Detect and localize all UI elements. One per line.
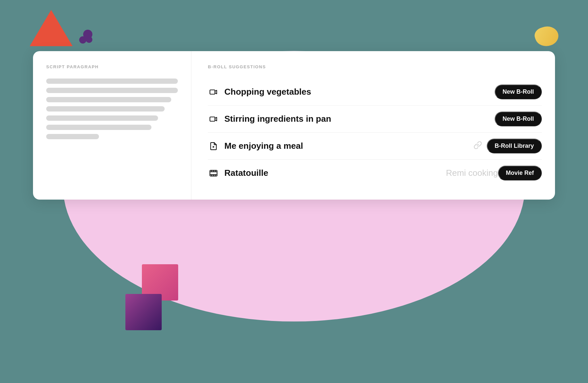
item-title: Chopping vegetables xyxy=(224,87,495,97)
item-title: Ratatouille xyxy=(224,168,442,178)
main-card: SCRIPT PARAGRAPH B-ROLL SUGGESTIONS xyxy=(33,51,555,200)
cream-decoration xyxy=(533,23,561,49)
svg-marker-2 xyxy=(213,145,214,148)
circle-decoration-3 xyxy=(86,36,92,43)
link-icon xyxy=(474,141,482,151)
new-broll-button-1[interactable]: New B-Roll xyxy=(495,84,542,99)
text-line xyxy=(46,106,165,112)
right-panel: B-ROLL SUGGESTIONS Chopping vegetables N… xyxy=(191,51,555,200)
document-play-icon xyxy=(208,141,219,152)
svg-rect-0 xyxy=(210,90,215,94)
movie-ref-button[interactable]: Movie Ref xyxy=(498,166,542,180)
broll-item: Ratatouille Remi cooking Movie Ref xyxy=(208,160,542,186)
text-line xyxy=(46,134,99,139)
text-line xyxy=(46,115,158,121)
item-title: Me enjoying a meal xyxy=(224,141,474,151)
broll-item: Chopping vegetables New B-Roll xyxy=(208,79,542,106)
new-broll-button-2[interactable]: New B-Roll xyxy=(495,112,542,126)
text-line xyxy=(46,125,151,130)
video-camera-icon xyxy=(208,113,219,125)
broll-items-list: Chopping vegetables New B-Roll Stirring … xyxy=(208,79,542,186)
text-line xyxy=(46,88,178,93)
broll-library-button[interactable]: B-Roll Library xyxy=(487,139,542,153)
broll-suggestions-label: B-ROLL SUGGESTIONS xyxy=(208,64,542,69)
text-line xyxy=(46,97,171,102)
stepped-decoration xyxy=(125,264,178,330)
item-title: Stirring ingredients in pan xyxy=(224,114,495,124)
triangle-decoration xyxy=(30,10,73,46)
broll-item: Me enjoying a meal B-Roll Library xyxy=(208,133,542,160)
text-line xyxy=(46,79,178,84)
broll-item: Stirring ingredients in pan New B-Roll xyxy=(208,106,542,133)
left-panel: SCRIPT PARAGRAPH xyxy=(33,51,191,200)
film-icon xyxy=(208,168,219,179)
script-text-lines xyxy=(46,79,178,139)
script-paragraph-label: SCRIPT PARAGRAPH xyxy=(46,64,178,69)
item-subtitle: Remi cooking xyxy=(446,168,498,178)
svg-rect-1 xyxy=(210,117,215,121)
video-camera-icon xyxy=(208,86,219,98)
